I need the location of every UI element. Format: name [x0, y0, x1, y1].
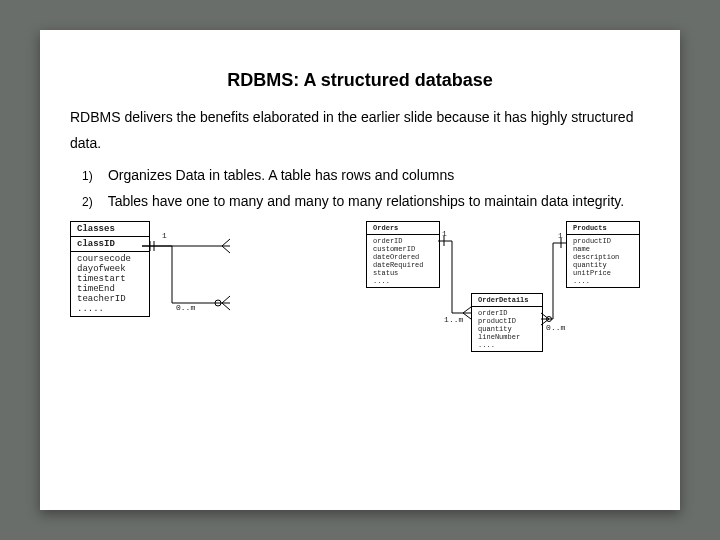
- field: productID: [478, 317, 536, 325]
- field: description: [573, 253, 633, 261]
- table-body: orderID customerID dateOrdered dateRequi…: [367, 235, 439, 287]
- field: timestart: [77, 274, 143, 284]
- field: ....: [478, 341, 536, 349]
- field: ....: [373, 277, 433, 285]
- slide-title: RDBMS: A structured database: [70, 70, 650, 91]
- diagram-orders-products: Orders orderID customerID dateOrdered da…: [366, 221, 650, 351]
- field: quantity: [478, 325, 536, 333]
- field: coursecode: [77, 254, 143, 264]
- field: name: [573, 245, 633, 253]
- table-title: Classes: [71, 222, 149, 237]
- cardinality-label: 1: [162, 231, 167, 240]
- slide: RDBMS: A structured database RDBMS deliv…: [40, 30, 680, 510]
- field: dateOrdered: [373, 253, 433, 261]
- relation-line: [142, 221, 230, 341]
- intro-paragraph: RDBMS delivers the benefits elaborated i…: [70, 105, 650, 157]
- table-pk: classID: [71, 237, 149, 252]
- field: productID: [573, 237, 633, 245]
- field: timeEnd: [77, 284, 143, 294]
- diagram-teachers-classes: Teachers teacherID name office phone ema…: [70, 221, 344, 341]
- field: customerID: [373, 245, 433, 253]
- field: orderID: [373, 237, 433, 245]
- field: teacherID: [77, 294, 143, 304]
- field: dayofweek: [77, 264, 143, 274]
- table-body: coursecode dayofweek timestart timeEnd t…: [71, 252, 149, 316]
- table-orderdetails: OrderDetails orderID productID quantity …: [471, 293, 543, 352]
- table-classes: Classes classID coursecode dayofweek tim…: [70, 221, 150, 317]
- field: unitPrice: [573, 269, 633, 277]
- list-number: 2): [82, 191, 104, 213]
- list-item: 2) Tables have one to many and many to m…: [82, 189, 650, 215]
- cardinality-label: 0..m: [176, 303, 195, 312]
- relation-line-left: [438, 221, 478, 351]
- field: quantity: [573, 261, 633, 269]
- table-title: OrderDetails: [472, 294, 542, 307]
- list-text: Tables have one to many and many to many…: [108, 193, 624, 209]
- field: status: [373, 269, 433, 277]
- list-text: Organizes Data in tables. A table has ro…: [108, 167, 454, 183]
- field: orderID: [478, 309, 536, 317]
- field: lineNumber: [478, 333, 536, 341]
- table-body: orderID productID quantity lineNumber ..…: [472, 307, 542, 351]
- list-item: 1) Organizes Data in tables. A table has…: [82, 163, 650, 189]
- table-orders: Orders orderID customerID dateOrdered da…: [366, 221, 440, 288]
- field: dateRequired: [373, 261, 433, 269]
- cardinality-label: 1..m: [444, 315, 463, 324]
- cardinality-label: 1: [442, 229, 447, 238]
- field: ....: [573, 277, 633, 285]
- cardinality-label: 1: [558, 231, 563, 240]
- cardinality-label: 0..m: [546, 323, 565, 332]
- diagrams-row: Teachers teacherID name office phone ema…: [70, 215, 650, 351]
- table-title: Orders: [367, 222, 439, 235]
- numbered-list: 1) Organizes Data in tables. A table has…: [70, 163, 650, 215]
- content-area: RDBMS: A structured database RDBMS deliv…: [40, 30, 680, 351]
- list-number: 1): [82, 165, 104, 187]
- field: .....: [77, 304, 143, 314]
